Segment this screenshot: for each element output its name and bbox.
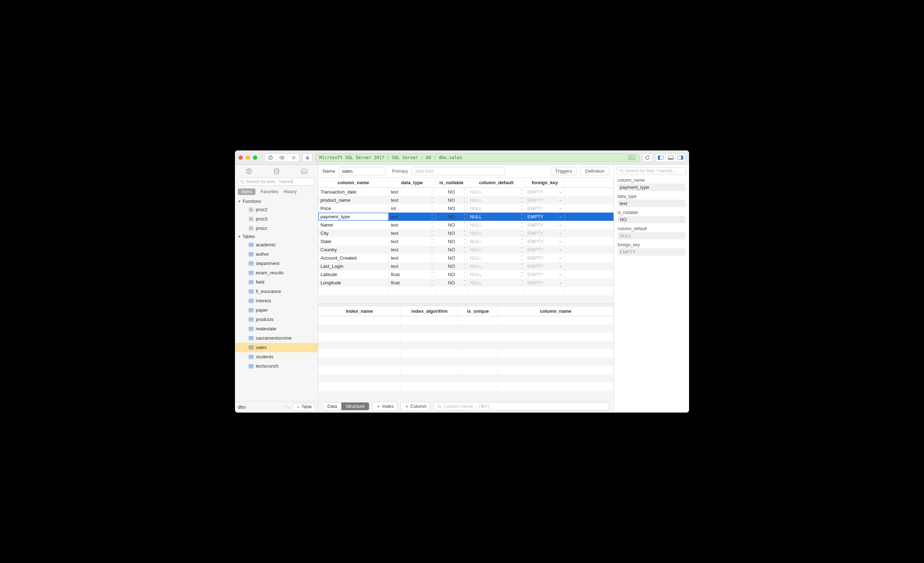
close-icon[interactable]: [238, 156, 243, 160]
stop-button[interactable]: [265, 154, 276, 162]
functions-header[interactable]: ▼ Functions: [235, 198, 318, 205]
inspector-column-name-value[interactable]: payment_type: [618, 183, 686, 191]
sidebar-item-table[interactable]: students: [235, 352, 318, 362]
structure-tab-button[interactable]: Structure: [341, 403, 369, 410]
inspector-foreign-key-value[interactable]: EMPTY: [618, 248, 686, 256]
triggers-button[interactable]: Triggers: [551, 167, 577, 175]
cell-foreign-key[interactable]: EMPTY→: [525, 196, 565, 204]
cell-column-name[interactable]: Longitude: [318, 279, 389, 287]
column-row[interactable]: Citytext⌃⌄NO⌃⌄NULL⌃⌄EMPTY→: [318, 229, 614, 237]
cell-column-name[interactable]: payment_type: [318, 213, 389, 221]
sidebar-item-function[interactable]: fnprocc: [235, 224, 318, 233]
cell-column-name[interactable]: Transaction_date: [318, 188, 389, 196]
cell-data-type[interactable]: float⌃⌄: [389, 270, 435, 279]
cell-is-nullable[interactable]: NO⌃⌄: [435, 204, 468, 213]
tables-header[interactable]: ▼ Tables: [235, 233, 318, 240]
cell-column-default[interactable]: NULL⌃⌄: [468, 213, 525, 221]
cell-is-nullable[interactable]: NO⌃⌄: [435, 246, 468, 254]
right-pane-toggle[interactable]: [675, 153, 686, 162]
sidebar-item-table[interactable]: sacramentocrime: [235, 334, 318, 343]
cell-column-default[interactable]: NULL⌃⌄: [468, 237, 525, 246]
cell-foreign-key[interactable]: EMPTY→: [525, 229, 565, 237]
column-row[interactable]: Transaction_datetext⌃⌄NO⌃⌄NULL⌃⌄EMPTY→: [318, 188, 614, 196]
cell-foreign-key[interactable]: EMPTY→: [525, 270, 565, 279]
tab-favorites[interactable]: Favorites: [261, 189, 278, 194]
database-tab-icon[interactable]: [271, 167, 282, 175]
sidebar-item-table[interactable]: interest: [235, 296, 318, 305]
sidebar-item-table[interactable]: techcrunch: [235, 362, 318, 371]
definition-button[interactable]: Definition: [580, 167, 609, 175]
inspector-is-nullable-value[interactable]: NO ⌃⌄: [618, 216, 686, 223]
cell-column-name[interactable]: Price: [318, 204, 389, 213]
header-foreign-key[interactable]: foreign_key: [525, 178, 565, 187]
cell-foreign-key[interactable]: EMPTY→: [525, 237, 565, 246]
header-index-column-name[interactable]: column_name: [498, 306, 614, 316]
sidebar-item-table[interactable]: academic: [235, 240, 318, 250]
sidebar-item-table[interactable]: paper: [235, 305, 318, 315]
cell-column-name[interactable]: City: [318, 229, 389, 237]
cell-column-default[interactable]: NULL⌃⌄: [468, 279, 525, 287]
zoom-icon[interactable]: [253, 156, 257, 160]
sidebar-item-table[interactable]: fl_insurance: [235, 287, 318, 296]
header-is-nullable[interactable]: is_nullable: [435, 178, 468, 187]
cell-column-default[interactable]: NULL⌃⌄: [468, 229, 525, 237]
inspector-column-default-value[interactable]: NULL: [618, 232, 686, 240]
sidebar-item-table[interactable]: realestate: [235, 324, 318, 334]
cell-column-name[interactable]: Account_Created: [318, 254, 389, 262]
cell-column-default[interactable]: NULL⌃⌄: [468, 246, 525, 254]
sidebar-item-table[interactable]: field: [235, 277, 318, 287]
column-row[interactable]: Account_Createdtext⌃⌄NO⌃⌄NULL⌃⌄EMPTY→: [318, 254, 614, 262]
cell-data-type[interactable]: text⌃⌄: [389, 196, 435, 204]
tab-items[interactable]: Items: [238, 189, 255, 195]
cell-data-type[interactable]: text⌃⌄: [389, 229, 435, 237]
connection-tab-icon[interactable]: [243, 167, 255, 175]
cell-data-type[interactable]: text⌃⌄: [389, 237, 435, 246]
cell-column-default[interactable]: NULL⌃⌄: [468, 254, 525, 262]
header-column-name[interactable]: column_name: [318, 178, 389, 187]
cell-is-nullable[interactable]: NO⌃⌄: [435, 237, 468, 246]
column-row[interactable]: Priceint⌃⌄NO⌃⌄NULL⌃⌄EMPTY→: [318, 204, 614, 213]
add-index-button[interactable]: ＋ Index: [372, 402, 398, 411]
column-row[interactable]: Countrytext⌃⌄NO⌃⌄NULL⌃⌄EMPTY→: [318, 246, 614, 254]
cell-is-nullable[interactable]: NO⌃⌄: [435, 262, 468, 270]
cell-data-type[interactable]: float⌃⌄: [389, 279, 435, 287]
column-row[interactable]: Statetext⌃⌄NO⌃⌄NULL⌃⌄EMPTY→: [318, 237, 614, 246]
cell-is-nullable[interactable]: NO⌃⌄: [435, 221, 468, 229]
cell-column-name[interactable]: Last_Login: [318, 262, 389, 270]
format-button[interactable]: [288, 154, 299, 162]
cell-is-nullable[interactable]: NO⌃⌄: [435, 188, 468, 196]
cell-column-default[interactable]: NULL⌃⌄: [468, 196, 525, 204]
cell-foreign-key[interactable]: EMPTY→: [525, 262, 565, 270]
add-column-button[interactable]: ＋ Column: [400, 402, 430, 411]
cell-is-nullable[interactable]: NO⌃⌄: [435, 254, 468, 262]
cell-data-type[interactable]: text⌃⌄: [389, 213, 435, 221]
cell-column-default[interactable]: NULL⌃⌄: [468, 270, 525, 279]
header-is-unique[interactable]: is_unique: [458, 306, 498, 316]
cell-foreign-key[interactable]: EMPTY→: [525, 246, 565, 254]
header-index-name[interactable]: index_name: [318, 306, 401, 316]
data-tab-button[interactable]: Data: [323, 403, 341, 410]
bottom-pane-toggle[interactable]: [665, 153, 675, 162]
cell-column-name[interactable]: Latitude: [318, 270, 389, 279]
breadcrumb[interactable]: Microsoft SQL Server 2017 : SQL Server :…: [315, 153, 639, 162]
cell-data-type[interactable]: text⌃⌄: [389, 221, 435, 229]
cell-data-type[interactable]: text⌃⌄: [389, 188, 435, 196]
cell-is-nullable[interactable]: NO⌃⌄: [435, 213, 468, 221]
cell-column-default[interactable]: NULL⌃⌄: [468, 204, 525, 213]
cell-data-type[interactable]: int⌃⌄: [389, 204, 435, 213]
cell-is-nullable[interactable]: NO⌃⌄: [435, 270, 468, 279]
lock-button[interactable]: [303, 153, 312, 162]
add-field-input[interactable]: Add field: [411, 167, 505, 175]
sidebar-item-table[interactable]: exam_results: [235, 268, 318, 277]
cell-column-name[interactable]: product_name: [318, 196, 389, 204]
column-search-input[interactable]: Column name… (⌘F): [433, 402, 609, 410]
sidebar-item-table[interactable]: products: [235, 315, 318, 324]
column-row[interactable]: Last_Logintext⌃⌄NO⌃⌄NULL⌃⌄EMPTY→: [318, 262, 614, 270]
sidebar-item-table[interactable]: department: [235, 259, 318, 268]
column-row[interactable]: payment_typetext⌃⌄NO⌃⌄NULL⌃⌄EMPTY→: [318, 213, 614, 221]
cell-foreign-key[interactable]: EMPTY→: [525, 204, 565, 213]
cell-column-default[interactable]: NULL⌃⌄: [468, 262, 525, 270]
preview-button[interactable]: [276, 154, 288, 162]
inspector-search-input[interactable]: Search for field: ^name$…: [617, 167, 686, 175]
sidebar-item-function[interactable]: fnproc3: [235, 214, 318, 224]
